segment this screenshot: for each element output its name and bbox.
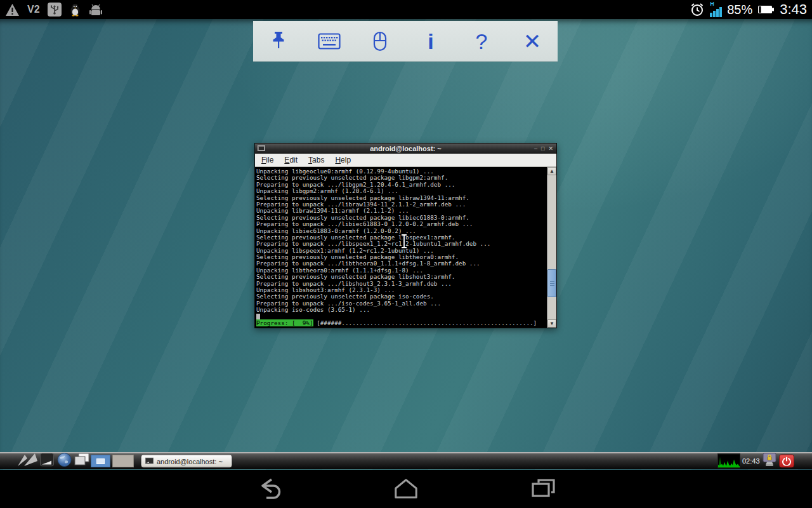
show-desktop-button[interactable] — [40, 453, 54, 469]
system-status-icons: H 85% 3:43 — [690, 1, 807, 18]
usb-debugging-icon — [48, 3, 62, 17]
back-button[interactable] — [256, 477, 282, 501]
keyboard-toggle-button[interactable] — [315, 27, 344, 56]
panel-clock[interactable]: 02:43 — [742, 457, 760, 465]
home-button[interactable] — [393, 477, 419, 501]
terminal-cursor — [256, 314, 260, 319]
vnc-desktop[interactable]: i ? ✕ android@localhost: ~ – □ ✕ FileEdi… — [0, 19, 812, 470]
linux-tux-icon — [69, 3, 81, 17]
xfce-taskbar: android@localhost: ~ 02:43 — [0, 452, 812, 469]
window-title: android@localhost: ~ — [255, 144, 556, 154]
scrollbar-thumb[interactable] — [547, 269, 556, 297]
menu-item[interactable]: Help — [335, 156, 351, 164]
taskbar-window-label: android@localhost: ~ — [157, 457, 223, 465]
alarm-icon — [690, 2, 705, 17]
minimize-button[interactable]: – — [534, 144, 537, 154]
warning-icon — [5, 3, 20, 17]
menu-item[interactable]: Tabs — [308, 156, 324, 164]
android-bot-icon — [89, 4, 103, 16]
android-nav-bar — [0, 470, 812, 508]
scroll-down-button[interactable]: ▼ — [547, 319, 556, 328]
clock-label: 3:43 — [780, 1, 807, 18]
xfce-menu-button[interactable] — [17, 453, 39, 469]
terminal-body[interactable]: Unpacking libgeoclue0:armhf (0.12.99-4ub… — [255, 167, 556, 328]
info-button[interactable]: i — [416, 27, 445, 56]
progress-bar-text: [######.................................… — [313, 319, 537, 326]
file-manager-launcher[interactable] — [74, 453, 90, 469]
menu-item[interactable]: File — [261, 156, 273, 164]
battery-icon — [757, 4, 775, 15]
mouse-mode-button[interactable] — [365, 27, 395, 56]
maximize-button[interactable]: □ — [541, 144, 544, 154]
close-toolbar-button[interactable]: ✕ — [518, 27, 547, 56]
recents-button[interactable] — [530, 477, 556, 501]
terminal-output-line: Unpacking libgpm2:armhf (1.20.4-6.1) ... — [256, 188, 546, 194]
terminal-menubar: FileEditTabsHelp — [255, 154, 556, 167]
workspace-1-active[interactable] — [91, 455, 110, 467]
web-browser-launcher[interactable] — [57, 453, 72, 470]
logout-power-button[interactable] — [779, 455, 794, 468]
terminal-task-icon — [145, 458, 154, 465]
terminal-output-line: Unpacking iso-codes (3.65-1) ... — [256, 307, 546, 313]
vnc-viewer-toolbar: i ? ✕ — [253, 21, 558, 62]
terminal-output-line: Preparing to unpack .../libiec61883-0_1.… — [256, 221, 546, 227]
cpu-monitor-graph[interactable] — [717, 454, 740, 469]
pin-toolbar-button[interactable] — [264, 27, 293, 56]
notification-icons: V2 — [5, 3, 103, 17]
battery-percent-label: 85% — [727, 3, 752, 17]
signal-strength-icon: H — [710, 2, 722, 17]
menu-item[interactable]: Edit — [284, 156, 298, 164]
scroll-up-button[interactable]: ▲ — [547, 167, 556, 175]
text-cursor-pointer-icon — [400, 234, 409, 249]
taskbar-window-button[interactable]: android@localhost: ~ — [141, 455, 232, 468]
window-controls: – □ ✕ — [534, 144, 556, 154]
terminal-titlebar[interactable]: android@localhost: ~ – □ ✕ — [255, 144, 556, 154]
progress-percent-label: Progress: [ 9%] — [256, 319, 313, 326]
lock-screen-button[interactable] — [761, 453, 778, 470]
terminal-scrollbar[interactable]: ▲ ▼ — [547, 167, 556, 328]
help-button[interactable]: ? — [467, 27, 496, 56]
terminal-window: android@localhost: ~ – □ ✕ FileEditTabsH… — [254, 143, 557, 328]
vnc-app-icon: V2 — [27, 4, 40, 15]
workspace-2[interactable] — [112, 455, 134, 467]
terminal-window-icon — [258, 145, 265, 152]
close-button[interactable]: ✕ — [548, 144, 553, 154]
android-status-bar: V2 — [0, 0, 812, 19]
apt-progress-line: Progress: [ 9%] [######.................… — [256, 320, 546, 326]
